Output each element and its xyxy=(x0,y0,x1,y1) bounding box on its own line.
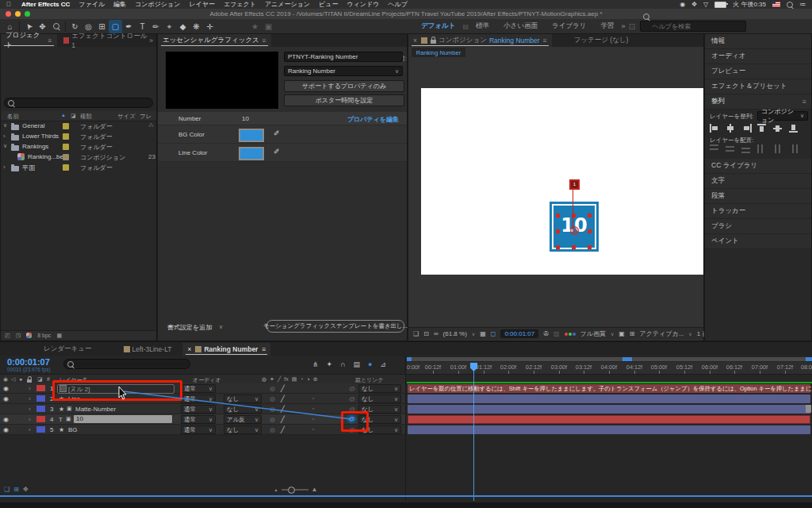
workspace-menu-icon[interactable]: ▤ xyxy=(463,23,469,30)
layer-bar-line[interactable] xyxy=(408,394,810,403)
expand-inout-icon[interactable]: ✥ xyxy=(23,486,29,493)
parent-dropdown[interactable]: なし∨ xyxy=(358,384,401,393)
playhead-line[interactable] xyxy=(473,371,474,501)
motion-blur-switch[interactable]: ◔ xyxy=(311,395,315,402)
quality-switch[interactable]: ╱ xyxy=(281,395,285,402)
tab-ranking-number[interactable]: × Ranking Number ≡ xyxy=(182,343,270,356)
trash-icon[interactable]: ▦ xyxy=(56,333,62,339)
project-row-lower-thirds[interactable]: › Lower Thirds フォルダー xyxy=(1,131,156,141)
align-layers-dropdown[interactable]: コンポジション∨ xyxy=(757,111,808,121)
panel-tracker[interactable]: トラッカー xyxy=(705,204,811,219)
expand-layer-switches-icon[interactable]: ⊞ xyxy=(13,486,19,493)
adjustment-col-icon[interactable]: ◑ xyxy=(307,376,310,383)
zoom-in-mountain-icon[interactable]: ▲ xyxy=(312,486,318,493)
eye-icon[interactable]: ◉ xyxy=(3,426,9,433)
eraser-tool-icon[interactable]: ◆ xyxy=(176,20,190,33)
selection-handle[interactable] xyxy=(572,245,576,249)
panel-cc-libraries[interactable]: CC ライブラリ xyxy=(705,159,811,174)
tab-overflow-icon[interactable]: » xyxy=(149,37,153,44)
align-bottom-icon[interactable] xyxy=(789,124,799,133)
sort-asc-icon[interactable]: ▲ xyxy=(61,113,66,117)
col-frame[interactable]: フレ xyxy=(140,113,151,121)
motion-blur-switch[interactable]: ◔ xyxy=(311,426,315,433)
menu-effect[interactable]: エフェクト xyxy=(224,0,256,9)
shy-icon[interactable]: ◍ xyxy=(262,376,266,383)
goggles-icon[interactable]: ∞ xyxy=(434,330,439,337)
menu-help[interactable]: ヘルプ xyxy=(388,0,408,9)
template-name-input[interactable] xyxy=(284,52,403,62)
workspace-small-screen[interactable]: 小さい画面 xyxy=(496,21,545,31)
panel-menu-icon[interactable]: ≡ xyxy=(543,37,547,44)
region-of-interest-icon[interactable]: ◻ xyxy=(491,330,496,337)
panel-info[interactable]: 情報 xyxy=(705,34,811,49)
item-name[interactable]: Rankings xyxy=(22,143,48,150)
snapshot-stack-icon[interactable]: ❏ xyxy=(413,330,419,337)
roto-brush-tool-icon[interactable]: ❋ xyxy=(190,20,203,33)
brush-tool-icon[interactable]: ✏ xyxy=(149,20,163,33)
zoom-tool-icon[interactable] xyxy=(53,23,59,29)
menu-window[interactable]: ウィンドウ xyxy=(347,0,379,9)
export-motion-graphics-template-button[interactable]: モーショングラフィックステンプレートを書き出し... xyxy=(266,320,404,333)
tab-footage[interactable]: フッテージ (なし) xyxy=(574,36,629,45)
menu-composition[interactable]: コンポジション xyxy=(135,0,180,9)
item-name[interactable]: General xyxy=(22,122,44,129)
bg-color-swatch[interactable] xyxy=(239,129,264,142)
selection-handle[interactable] xyxy=(588,214,592,217)
anchor-point[interactable] xyxy=(570,226,579,235)
layer-color-swatch[interactable] xyxy=(36,416,45,422)
panel-character[interactable]: 文字 xyxy=(705,174,811,189)
motion-blur-switch[interactable]: ◔ xyxy=(311,416,315,423)
time-ruler[interactable]: 0:00f 00:12f 01:00f 01:12f 02:00f 02:12f… xyxy=(407,362,812,375)
ranking-badge-shape[interactable]: 10 xyxy=(550,202,599,252)
status-icon[interactable]: ✥ xyxy=(691,1,697,8)
lock-column-icon[interactable] xyxy=(27,379,32,383)
vertical-scrollbar-thumb[interactable] xyxy=(806,405,811,413)
pan-behind-tool-icon[interactable]: ⊞ xyxy=(95,20,109,33)
project-row-general[interactable]: ∨ General フォルダー ⁂ xyxy=(1,121,156,131)
tab-left-3line[interactable]: Left-3Line-LT xyxy=(132,345,172,353)
panel-menu-icon[interactable]: ≡ xyxy=(48,37,52,44)
layer-bar-null[interactable]: レイヤーを親の位置に移動するには、Shift キーを押したままにします。子のトラ… xyxy=(408,384,810,393)
new-composition-icon[interactable] xyxy=(26,333,32,338)
motion-blur-icon[interactable]: ● xyxy=(368,360,372,368)
tab-render-queue[interactable]: レンダーキュー xyxy=(44,344,92,354)
project-row-solids[interactable]: › 平面 フォルダー xyxy=(1,162,156,172)
zoom-out-mountain-icon[interactable]: ▲ xyxy=(274,487,278,492)
label-color[interactable] xyxy=(63,123,69,129)
workspace-default[interactable]: デフォルト xyxy=(414,21,463,31)
control-center-icon[interactable]: ≔ xyxy=(799,1,806,8)
frame-blend-icon[interactable]: ▤ xyxy=(354,360,361,368)
motion-blur-switch[interactable]: ◔ xyxy=(311,406,315,413)
solo-column-icon[interactable]: ● xyxy=(19,376,22,382)
tab-essential-graphics[interactable]: エッセンシャルグラフィックス ≡ xyxy=(158,34,271,47)
quality-icon[interactable]: ╱ xyxy=(278,376,281,383)
align-left-icon[interactable] xyxy=(710,124,720,133)
panel-effects-presets[interactable]: エフェクト＆プリセット xyxy=(705,79,811,94)
quality-switch[interactable]: ╱ xyxy=(281,416,285,423)
layer-color-swatch[interactable] xyxy=(36,406,45,412)
eye-icon[interactable]: ◉ xyxy=(3,416,9,423)
layer-bar-matte-number[interactable] xyxy=(408,405,810,414)
menubar-clock[interactable]: 火 午後0:35 xyxy=(733,0,766,9)
dropbox-icon[interactable]: ▽ xyxy=(703,1,708,8)
col-name[interactable]: 名前 xyxy=(7,113,19,121)
shy-layers-icon[interactable]: ∩ xyxy=(340,360,345,368)
item-name[interactable]: Lower Thirds xyxy=(22,133,59,140)
blend-mode-dropdown[interactable]: 通常∨ xyxy=(181,425,216,434)
layer-color-swatch[interactable] xyxy=(36,426,45,433)
eye-icon[interactable]: ◉ xyxy=(3,385,9,392)
trkmat-dropdown[interactable]: なし∨ xyxy=(224,425,262,434)
clone-stamp-tool-icon[interactable]: ⌖ xyxy=(163,20,176,33)
line-color-swatch[interactable] xyxy=(239,147,264,160)
item-name[interactable]: Ranking...ber xyxy=(28,153,66,160)
threed-col-icon[interactable]: ⊕ xyxy=(313,376,318,383)
blend-mode-dropdown[interactable]: 通常∨ xyxy=(181,415,216,424)
expand-icon[interactable]: › xyxy=(29,395,31,402)
expand-icon[interactable]: › xyxy=(29,416,31,423)
selection-handle[interactable] xyxy=(588,245,592,249)
selection-handle[interactable] xyxy=(556,229,560,233)
timeline-current-time[interactable]: 0:00:01:07 xyxy=(7,357,50,367)
layer-color-swatch[interactable] xyxy=(36,395,45,402)
align-top-icon[interactable] xyxy=(757,124,768,133)
label-column-icon[interactable]: ◪ xyxy=(71,113,76,119)
